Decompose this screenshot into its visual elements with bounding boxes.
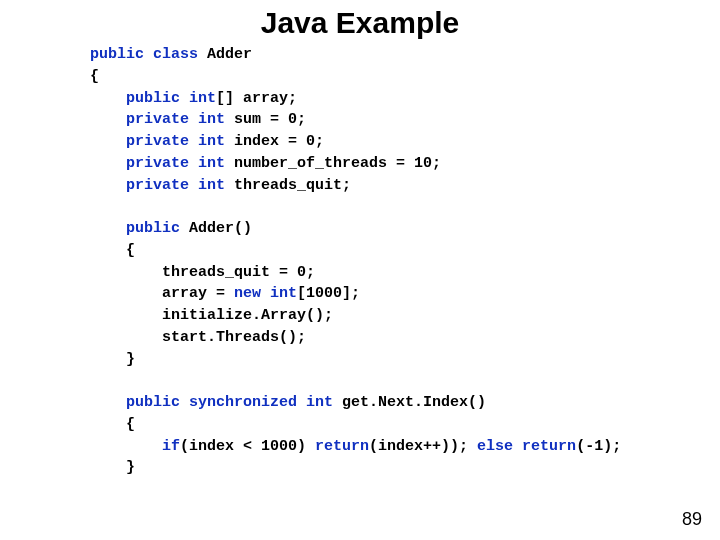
code-token: { bbox=[90, 416, 135, 433]
code-token: if bbox=[90, 438, 180, 455]
code-block: public class Adder { public int[] array;… bbox=[90, 44, 720, 479]
code-token: sum = 0; bbox=[225, 111, 306, 128]
code-token: [] array; bbox=[216, 90, 297, 107]
code-token: public synchronized int bbox=[90, 394, 333, 411]
code-token: public bbox=[90, 220, 180, 237]
code-token: private int bbox=[90, 111, 225, 128]
code-token: initialize.Array(); bbox=[90, 307, 333, 324]
code-token: } bbox=[90, 351, 135, 368]
page-number: 89 bbox=[682, 509, 702, 530]
code-token: threads_quit; bbox=[225, 177, 351, 194]
code-token: private int bbox=[90, 155, 225, 172]
code-token: start.Threads(); bbox=[90, 329, 306, 346]
code-token: new int bbox=[234, 285, 297, 302]
page-title: Java Example bbox=[0, 6, 720, 40]
code-token: Adder() bbox=[180, 220, 252, 237]
code-token: number_of_threads = 10; bbox=[225, 155, 441, 172]
code-token: index = 0; bbox=[225, 133, 324, 150]
code-token: return bbox=[315, 438, 369, 455]
code-token: (-1); bbox=[576, 438, 621, 455]
code-token: array = bbox=[90, 285, 234, 302]
code-token: { bbox=[90, 68, 99, 85]
code-token: public int bbox=[90, 90, 216, 107]
code-token: { bbox=[90, 242, 135, 259]
code-token: else return bbox=[477, 438, 576, 455]
code-token: [1000]; bbox=[297, 285, 360, 302]
code-token: get.Next.Index() bbox=[333, 394, 486, 411]
code-token: private int bbox=[90, 133, 225, 150]
code-token: (index < 1000) bbox=[180, 438, 315, 455]
code-token: public class bbox=[90, 46, 198, 63]
code-token: threads_quit = 0; bbox=[90, 264, 315, 281]
code-token: (index++)); bbox=[369, 438, 477, 455]
code-token: private int bbox=[90, 177, 225, 194]
code-token: Adder bbox=[198, 46, 252, 63]
code-token: } bbox=[90, 459, 135, 476]
